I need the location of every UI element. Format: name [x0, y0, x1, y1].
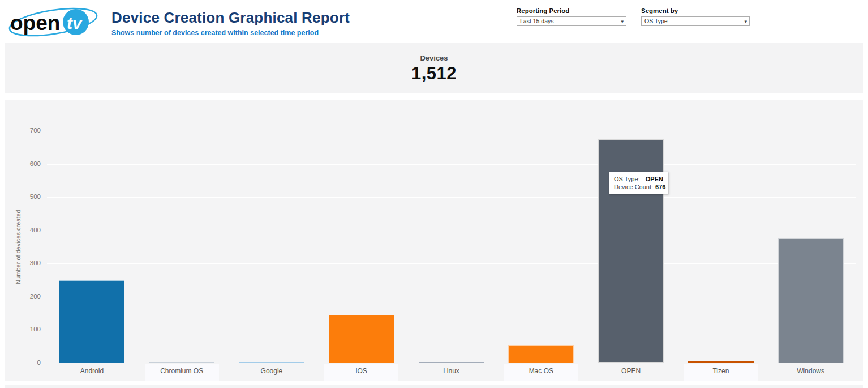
segment-by-label: Segment by	[641, 7, 750, 14]
bar-windows[interactable]	[778, 238, 844, 363]
plot-area	[47, 131, 856, 363]
bar-linux[interactable]	[419, 362, 484, 363]
y-tick-200: 200	[11, 293, 41, 300]
x-label-linux: Linux	[414, 364, 488, 381]
x-label-ios: iOS	[324, 364, 398, 381]
column-google	[227, 131, 317, 363]
devices-metric-card: Devices 1,512	[5, 43, 863, 93]
column-tizen	[676, 131, 766, 363]
app-header: open tv Device Creation Graphical Report…	[0, 0, 868, 43]
page-subtitle: Shows number of devices created within s…	[111, 29, 350, 37]
column-ios	[316, 131, 406, 363]
x-label-windows: Windows	[774, 364, 848, 381]
x-label-open: OPEN	[594, 364, 668, 381]
band-divider	[0, 93, 868, 100]
tooltip-device-count-row: Device Count: 676	[614, 183, 663, 191]
chevron-down-icon: ▾	[744, 18, 747, 26]
column-windows	[766, 131, 856, 363]
y-tick-300: 300	[11, 259, 41, 266]
segment-by-value: OS Type	[644, 18, 668, 24]
reporting-period-label: Reporting Period	[517, 7, 626, 14]
x-label-mac-os: Mac OS	[504, 364, 578, 381]
devices-metric-value: 1,512	[5, 63, 863, 84]
logo-word-open: open	[10, 11, 60, 35]
bar-tizen[interactable]	[688, 361, 754, 363]
bar-mac-os[interactable]	[508, 345, 574, 363]
y-tick-700: 700	[11, 127, 41, 134]
bar-google[interactable]	[239, 362, 304, 363]
page-title: Device Creation Graphical Report	[111, 9, 350, 27]
y-tick-100: 100	[11, 326, 41, 332]
y-tick-0: 0	[11, 359, 41, 366]
x-label-chromium-os: Chromium OS	[145, 364, 219, 381]
x-label-android: Android	[55, 364, 129, 381]
tooltip-device-count-label: Device Count:	[614, 183, 653, 191]
reporting-period-select[interactable]: Last 15 days ▾	[517, 16, 626, 26]
opentv-logo: open tv	[7, 5, 100, 42]
device-bar-chart: Number of devices created 01002003004005…	[5, 100, 863, 381]
opentv-logo-icon: open tv	[7, 5, 100, 40]
bar-chromium-os[interactable]	[149, 362, 214, 363]
y-tick-600: 600	[11, 160, 41, 167]
bottom-divider	[0, 381, 868, 385]
bar-android[interactable]	[59, 280, 124, 363]
segment-by-select[interactable]: OS Type ▾	[641, 16, 750, 26]
tooltip-device-count-value: 676	[655, 183, 665, 191]
y-axis-title: Number of devices created	[15, 202, 22, 292]
x-label-google: Google	[235, 364, 309, 381]
reporting-period-value: Last 15 days	[520, 18, 554, 24]
segment-by-control: Segment by OS Type ▾	[641, 7, 750, 26]
bottom-band	[5, 385, 863, 388]
chart-tooltip: OS Type: OPEN Device Count: 676	[609, 172, 668, 194]
logo-word-tv: tv	[67, 14, 83, 32]
x-axis-labels: AndroidChromium OSGoogleiOSLinuxMac OSOP…	[47, 364, 856, 381]
column-chromium-os	[137, 131, 227, 363]
column-linux	[406, 131, 496, 363]
y-tick-500: 500	[11, 193, 41, 200]
column-mac-os	[496, 131, 586, 363]
x-label-tizen: Tizen	[684, 364, 758, 381]
y-tick-400: 400	[11, 227, 41, 233]
column-android	[47, 131, 137, 363]
devices-metric-label: Devices	[5, 54, 863, 62]
bar-ios[interactable]	[329, 315, 394, 363]
tooltip-os-type-value: OPEN	[646, 175, 663, 183]
tooltip-os-type-row: OS Type: OPEN	[614, 175, 663, 183]
tooltip-os-type-label: OS Type:	[614, 175, 640, 183]
chevron-down-icon: ▾	[621, 18, 624, 26]
reporting-period-control: Reporting Period Last 15 days ▾	[517, 7, 626, 26]
column-open	[586, 131, 676, 363]
